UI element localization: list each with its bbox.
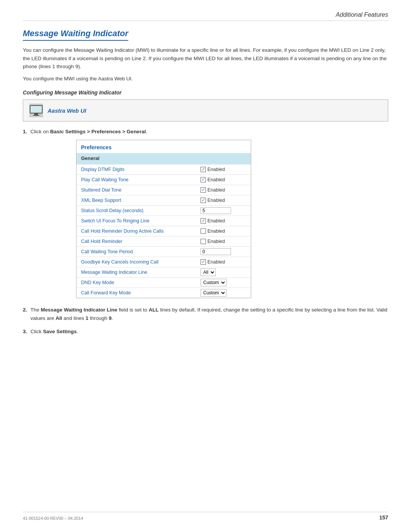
aastra-web-ui-box: Aastra Web UI (23, 99, 388, 121)
pref-value-waiting-tone-period (201, 248, 246, 255)
pref-label-scroll-delay: Status Scroll Delay (seconds) (81, 207, 201, 214)
checkbox-stuttered-dial[interactable]: ✓ (201, 187, 206, 193)
pref-label-dnd-key: DND Key Mode (81, 279, 201, 286)
pref-label-hold-reminder-active: Call Hold Reminder During Active Calls (81, 227, 201, 235)
pref-value-xml-beep: ✓ Enabled (201, 197, 246, 204)
pref-label-stuttered-dial: Stuttered Dial Tone (81, 186, 201, 194)
preferences-general-header: General (76, 153, 251, 164)
pref-row-hold-reminder-active: Call Hold Reminder During Active Calls E… (76, 226, 251, 236)
body-text-1: You can configure the Message Waiting In… (23, 46, 388, 71)
pref-label-switch-ui: Switch UI Focus To Ringing Line (81, 217, 201, 225)
pref-value-hold-reminder-active: Enabled (201, 227, 246, 235)
pref-row-waiting-tone-period: Call Waiting Tone Period (76, 246, 251, 257)
pref-row-mwi-line: Message Waiting Indicator Line All (76, 267, 251, 277)
step-2: The Message Waiting Indicator Line field… (23, 306, 388, 322)
preferences-title: Preferences (76, 140, 251, 153)
pref-row-display-dtmf: Display DTMF Digits ✓ Enabled (76, 164, 251, 174)
pref-row-dnd-key: DND Key Mode Custom (76, 277, 251, 288)
pref-row-call-waiting: Play Call Waiting Tone ✓ Enabled (76, 174, 251, 185)
pref-label-goodbye-key: Goodbye Key Cancels Incoming Call (81, 258, 201, 266)
pref-value-switch-ui: ✓ Enabled (201, 217, 246, 225)
step-3-text: Click Save Settings. (30, 329, 78, 334)
body-text-2: You configure the MWI using the Aastra W… (23, 75, 388, 83)
pref-row-goodbye-key: Goodbye Key Cancels Incoming Call ✓ Enab… (76, 257, 251, 267)
pref-row-switch-ui: Switch UI Focus To Ringing Line ✓ Enable… (76, 216, 251, 226)
pref-value-hold-reminder: Enabled (201, 238, 246, 245)
pref-value-scroll-delay (201, 207, 246, 214)
pref-row-stuttered-dial: Stuttered Dial Tone ✓ Enabled (76, 185, 251, 195)
pref-label-waiting-tone-period: Call Waiting Tone Period (81, 248, 201, 256)
pref-row-hold-reminder: Call Hold Reminder Enabled (76, 236, 251, 246)
checkbox-hold-reminder-active[interactable] (201, 228, 206, 234)
preferences-table: Preferences General Display DTMF Digits … (76, 140, 251, 298)
page-header: Additional Features (23, 11, 388, 21)
page-footer: 41-001524-00 REV00 – 04.2014 157 (23, 512, 388, 521)
pref-label-mwi-line: Message Waiting Indicator Line (81, 268, 201, 276)
pref-label-display-dtmf: Display DTMF Digits (81, 166, 201, 173)
pref-row-scroll-delay: Status Scroll Delay (seconds) (76, 205, 251, 216)
select-dnd-key[interactable]: Custom (201, 279, 226, 286)
step-1: Click on Basic Settings > Preferences > … (23, 128, 388, 298)
header-title: Additional Features (336, 11, 388, 18)
section-title: Message Waiting Indicator (23, 29, 128, 41)
checkbox-call-waiting[interactable]: ✓ (201, 177, 206, 182)
checkbox-goodbye-key[interactable]: ✓ (201, 259, 206, 265)
pref-value-goodbye-key: ✓ Enabled (201, 258, 246, 266)
checkbox-display-dtmf[interactable]: ✓ (201, 167, 206, 172)
checkbox-xml-beep[interactable]: ✓ (201, 198, 206, 203)
step-2-text: The Message Waiting Indicator Line field… (30, 307, 387, 321)
pref-value-call-waiting: ✓ Enabled (201, 176, 246, 184)
monitor-icon (29, 104, 43, 117)
pref-row-cfwd-key: Call Forward Key Mode Custom (76, 288, 251, 298)
footer-right: 157 (379, 514, 388, 521)
sub-section-title: Configuring Message Waiting Indicator (23, 89, 388, 96)
pref-label-hold-reminder: Call Hold Reminder (81, 238, 201, 245)
aastra-box-label: Aastra Web UI (48, 107, 86, 114)
pref-label-xml-beep: XML Beep Support (81, 197, 201, 204)
step-3: Click Save Settings. (23, 328, 388, 336)
checkbox-hold-reminder[interactable] (201, 239, 206, 244)
checkbox-switch-ui[interactable]: ✓ (201, 218, 206, 224)
pref-label-cfwd-key: Call Forward Key Mode (81, 289, 201, 297)
pref-value-dnd-key: Custom (201, 279, 246, 286)
pref-label-call-waiting: Play Call Waiting Tone (81, 176, 201, 184)
input-scroll-delay[interactable] (201, 207, 231, 214)
step-1-text: Click on Basic Settings > Preferences > … (30, 129, 147, 134)
pref-value-stuttered-dial: ✓ Enabled (201, 186, 246, 194)
select-mwi-line[interactable]: All (201, 268, 216, 276)
pref-row-xml-beep: XML Beep Support ✓ Enabled (76, 195, 251, 205)
pref-value-mwi-line: All (201, 268, 246, 276)
footer-left: 41-001524-00 REV00 – 04.2014 (23, 516, 83, 521)
pref-value-cfwd-key: Custom (201, 289, 246, 297)
pref-value-display-dtmf: ✓ Enabled (201, 166, 246, 173)
input-waiting-tone-period[interactable] (201, 248, 231, 255)
select-cfwd-key[interactable]: Custom (201, 289, 226, 297)
steps-list: Click on Basic Settings > Preferences > … (23, 128, 388, 336)
